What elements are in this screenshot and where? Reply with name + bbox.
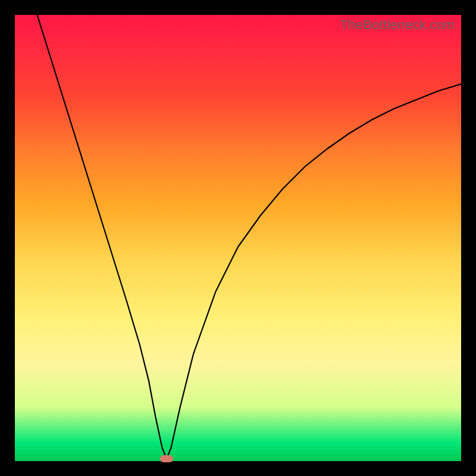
chart-plot-area: TheBottleneck.com bbox=[15, 15, 461, 461]
optimal-marker bbox=[160, 455, 173, 462]
watermark-text: TheBottleneck.com bbox=[340, 17, 455, 33]
bottleneck-curve bbox=[15, 15, 461, 461]
